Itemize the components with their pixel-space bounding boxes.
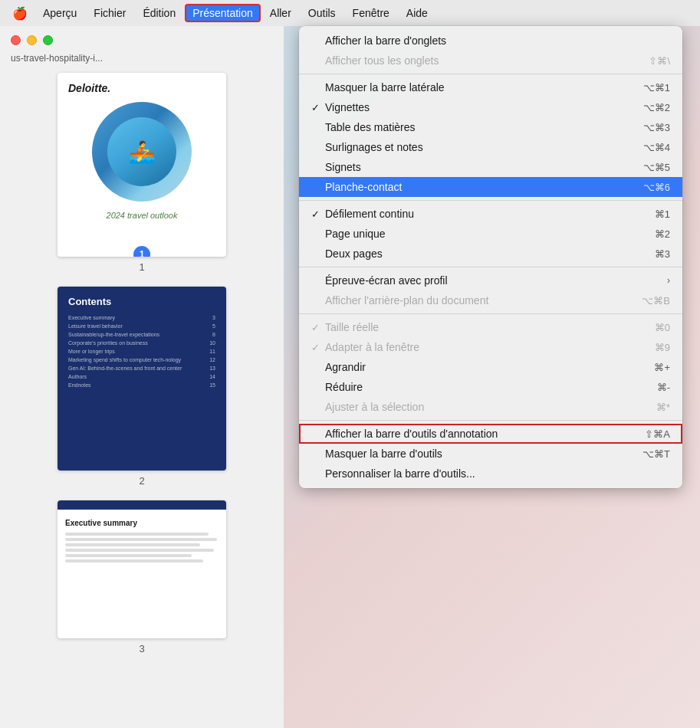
shortcut-annotation: ⇧⌘A — [645, 428, 670, 440]
app-window: us-travel-hospitality-i... Deloitte. 🚣 2… — [0, 26, 284, 728]
menu-reduire[interactable]: Réduire ⌘- — [299, 377, 682, 397]
sep-5 — [299, 420, 682, 421]
p2-row-4: More or longer trips 11 — [68, 349, 215, 354]
menubar-apercu[interactable]: Aperçu — [35, 4, 84, 22]
p2-row-0: Executive summary 3 — [68, 315, 215, 320]
label-reduire: Réduire — [325, 381, 642, 393]
minimize-button[interactable] — [27, 35, 37, 45]
sep-4 — [299, 313, 682, 314]
shortcut-surlignages: ⌥⌘4 — [643, 142, 670, 153]
thumbnail-page3[interactable]: Executive summary 3 — [11, 500, 273, 654]
page1-title: 2024 travel outlook — [58, 205, 226, 226]
label-deux-pages: Deux pages — [325, 248, 639, 260]
p3-line-1 — [65, 533, 209, 536]
p2-row-3: Corporate's priorities on business 10 — [68, 340, 215, 346]
shortcut-signets: ⌥⌘5 — [643, 162, 670, 173]
traffic-lights — [0, 26, 284, 53]
label-page-unique: Page unique — [325, 228, 639, 240]
menu-epreuve-ecran[interactable]: Épreuve-écran avec profil › — [299, 271, 682, 290]
menu-signets[interactable]: Signets ⌥⌘5 — [299, 157, 682, 177]
shortcut-ajuster: ⌘* — [656, 402, 670, 413]
page1-circle: 🚣 — [92, 102, 192, 202]
shortcut-planche: ⌥⌘6 — [643, 182, 670, 193]
label-annotation: Afficher la barre d'outils d'annotation — [325, 428, 629, 440]
label-table: Table des matières — [325, 121, 628, 133]
menubar-outils[interactable]: Outils — [301, 4, 343, 22]
check-adapter: ✓ — [311, 342, 324, 353]
menu-masquer-barre-outils[interactable]: Masquer la barre d'outils ⌥⌘T — [299, 444, 682, 464]
menu-afficher-tous-onglets[interactable]: Afficher tous les onglets ⇧⌘\ — [299, 51, 682, 71]
sep-2 — [299, 200, 682, 201]
p2-row-6: Gen AI: Behind-the-scenes and front and … — [68, 366, 215, 371]
page2-contents-title: Contents — [68, 296, 215, 307]
sidebar-content: Deloitte. 🚣 2024 travel outlook 1 1 Cont… — [0, 70, 284, 671]
arrow-epreuve: › — [667, 275, 670, 286]
page2-number: 2 — [139, 475, 144, 487]
shortcut-tous-onglets: ⇧⌘\ — [649, 55, 670, 67]
page1-logo: Deloitte. — [58, 73, 226, 99]
p3-line-5 — [65, 554, 192, 557]
menu-deux-pages[interactable]: Deux pages ⌘3 — [299, 244, 682, 264]
label-personnaliser: Personnaliser la barre d'outils... — [325, 467, 655, 480]
shortcut-table: ⌥⌘3 — [643, 122, 670, 133]
maximize-button[interactable] — [43, 35, 53, 45]
menu-agrandir[interactable]: Agrandir ⌘+ — [299, 357, 682, 377]
menu-adapter-fenetre[interactable]: ✓ Adapter à la fenêtre ⌘9 — [299, 337, 682, 357]
presentation-menu: Afficher la barre d'onglets Afficher tou… — [299, 26, 682, 488]
menu-vignettes[interactable]: ✓ Vignettes ⌥⌘2 — [299, 97, 682, 117]
shortcut-adapter: ⌘9 — [655, 342, 670, 353]
thumbnail-frame-1: Deloitte. 🚣 2024 travel outlook 1 — [58, 73, 226, 257]
thumbnail-page1[interactable]: Deloitte. 🚣 2024 travel outlook 1 1 — [11, 73, 273, 273]
menu-page-unique[interactable]: Page unique ⌘2 — [299, 224, 682, 244]
menu-masquer-barre-laterale[interactable]: Masquer la barre latérale ⌥⌘1 — [299, 77, 682, 97]
shortcut-taille-reelle: ⌘0 — [655, 322, 670, 333]
menubar-aller[interactable]: Aller — [262, 4, 299, 22]
sep-3 — [299, 267, 682, 267]
menu-defilement-continu[interactable]: ✓ Défilement continu ⌘1 — [299, 204, 682, 224]
close-button[interactable] — [11, 35, 21, 45]
menu-afficher-annotation[interactable]: Afficher la barre d'outils d'annotation … — [299, 424, 682, 444]
menu-afficher-barre-onglets[interactable]: Afficher la barre d'onglets — [299, 31, 682, 51]
p2-row-5: Marketing spend shifts to computer tech-… — [68, 357, 215, 362]
label-surlignages: Surlignages et notes — [325, 141, 628, 153]
menubar-fichier[interactable]: Fichier — [86, 4, 133, 22]
menu-ajuster-selection[interactable]: Ajuster à la sélection ⌘* — [299, 397, 682, 417]
menubar-fenetre[interactable]: Fenêtre — [345, 4, 397, 22]
p3-line-2 — [65, 538, 217, 541]
thumbnail-frame-2: Contents Executive summary 3 Leisure tra… — [58, 287, 226, 471]
menu-taille-reelle[interactable]: ✓ Taille réelle ⌘0 — [299, 317, 682, 337]
p2-row-2: Sustainable/up-the-travel expectations 8 — [68, 332, 215, 337]
apple-menu[interactable]: 🍎 — [6, 3, 34, 24]
label-adapter: Adapter à la fenêtre — [325, 341, 639, 353]
sep-1 — [299, 74, 682, 74]
menubar-presentation[interactable]: Présentation — [185, 4, 261, 22]
label-masquer-lat: Masquer la barre latérale — [325, 81, 628, 93]
check-taille-reelle: ✓ — [311, 322, 324, 333]
page1-emoji: 🚣 — [129, 139, 156, 165]
menu-surlignages[interactable]: Surlignages et notes ⌥⌘4 — [299, 137, 682, 157]
shortcut-deux-pages: ⌘3 — [655, 248, 670, 260]
shortcut-defilement: ⌘1 — [655, 208, 670, 220]
shortcut-masquer-outils: ⌥⌘T — [642, 448, 670, 460]
label-arriere-plan: Afficher l'arrière-plan du document — [325, 294, 626, 307]
label-signets: Signets — [325, 161, 628, 173]
menu-table-matieres[interactable]: Table des matières ⌥⌘3 — [299, 117, 682, 137]
thumbnail-page2[interactable]: Contents Executive summary 3 Leisure tra… — [11, 287, 273, 487]
menubar-aide[interactable]: Aide — [399, 4, 435, 22]
menubar-edition[interactable]: Édition — [135, 4, 183, 22]
label-planche: Planche-contact — [325, 181, 628, 193]
label-epreuve: Épreuve-écran avec profil — [325, 274, 667, 287]
menu-afficher-arriere-plan[interactable]: Afficher l'arrière-plan du document ⌥⌘B — [299, 290, 682, 310]
label-defilement: Défilement continu — [325, 208, 639, 220]
thumbnail-frame-3: Executive summary — [58, 500, 226, 638]
menu-personnaliser[interactable]: Personnaliser la barre d'outils... — [299, 464, 682, 484]
label-agrandir: Agrandir — [325, 361, 639, 373]
page3-title: Executive summary — [58, 516, 226, 530]
page1-number: 1 — [139, 261, 144, 273]
menu-planche-contact[interactable]: Planche-contact ⌥⌘6 — [299, 177, 682, 197]
p2-row-8: Endnotes 15 — [68, 382, 215, 388]
page1-image: 🚣 — [107, 117, 176, 186]
p3-line-4 — [65, 549, 214, 552]
shortcut-masquer-lat: ⌥⌘1 — [643, 82, 670, 93]
page2-contents: Contents Executive summary 3 Leisure tra… — [58, 287, 226, 400]
